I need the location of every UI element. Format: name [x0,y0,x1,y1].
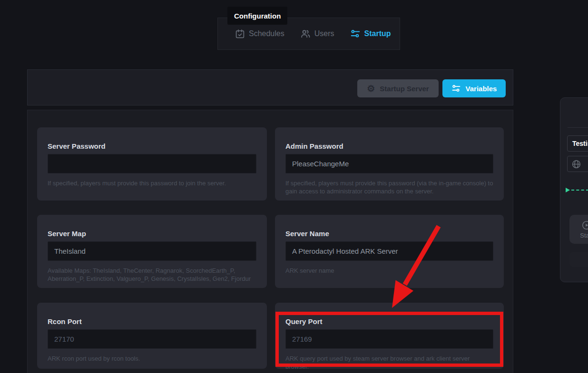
field-help-text: If specified, players must provide this … [285,180,493,196]
server-name-badge: Testin [567,135,588,152]
variables-button[interactable]: Variables [442,79,506,97]
startup-server-button[interactable]: ⚙ Startup Server [357,79,439,97]
variable-card-server-map: Server Map Available Maps: TheIsland, Th… [37,215,267,288]
tab-label: Users [314,29,334,38]
startup-server-button-label: Startup Server [380,85,429,93]
field-label: Query Port [285,317,493,325]
field-label: Server Password [48,142,256,150]
tab-startup[interactable]: Startup [350,29,391,39]
users-icon [300,29,311,39]
sliders-icon [451,84,461,93]
dashed-line [571,190,588,191]
field-help-text: ARK query port used by steam server brow… [285,355,493,371]
tab-schedules[interactable]: Schedules [235,29,284,39]
calendar-check-icon [235,29,245,39]
server-side-panel: Testin Start [560,97,588,282]
side-panel-stub-box [569,252,588,267]
tab-label: Schedules [249,29,284,38]
field-label: Server Name [285,230,493,238]
variables-button-label: Variables [466,85,497,93]
configuration-tooltip: Configuration [227,7,287,25]
server-password-input[interactable] [48,154,256,173]
query-port-input[interactable] [285,329,493,349]
variable-card-query-port: Query Port ARK query port used by steam … [275,303,504,369]
startup-variables-panel: Server Password If specified, players mu… [27,110,513,373]
server-map-input[interactable] [48,241,256,261]
start-button-label: Start [580,232,588,239]
rcon-port-input[interactable] [48,329,256,349]
field-label: Server Map [48,230,256,238]
network-activity-sparkline [566,187,588,193]
tab-label: Startup [364,29,391,38]
field-label: Admin Password [285,142,493,150]
field-help-text: If specified, players must provide this … [48,180,256,188]
variable-card-server-name: Server Name ARK server name [275,215,504,288]
field-help-text: Available Maps: TheIsland, TheCenter, Ra… [48,267,256,283]
field-label: Rcon Port [48,317,256,325]
globe-icon [571,159,581,169]
play-circle-icon [581,220,588,230]
pterodactyl-startup-config-page: { "colors": { "accent_cyan": "#17b1e8", … [0,0,588,373]
server-address-badge [567,156,588,172]
startup-toolbar: ⚙ Startup Server Variables [27,69,513,105]
variable-card-server-password: Server Password If specified, players mu… [37,127,267,201]
field-help-text: ARK rcon port used by rcon tools. [48,355,256,363]
tab-users[interactable]: Users [300,29,334,39]
gear-icon: ⚙ [367,84,375,93]
sliders-icon [350,29,361,39]
field-help-text: ARK server name [285,267,493,275]
variable-card-admin-password: Admin Password If specified, players mus… [275,127,504,201]
server-name-input[interactable] [285,241,493,261]
start-server-button[interactable]: Start [569,215,588,244]
variable-card-rcon-port: Rcon Port ARK rcon port used by rcon too… [37,303,267,369]
green-arrow-icon [566,188,570,192]
admin-password-input[interactable] [285,154,493,173]
divider [568,127,588,128]
